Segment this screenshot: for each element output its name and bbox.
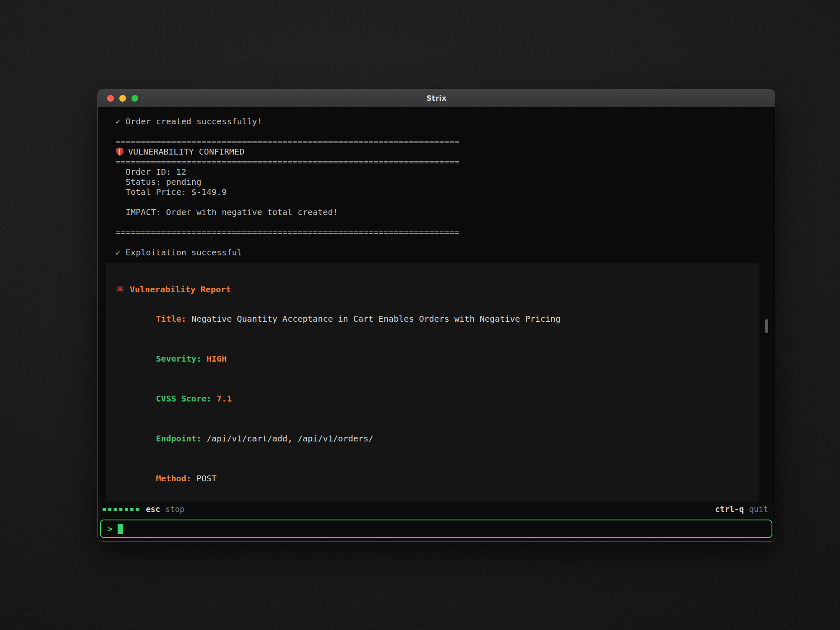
- vulnerability-confirmed-banner: VULNERABILITY CONFIRMED: [116, 147, 775, 157]
- strix-window: Strix ✓ Order created successfully! ====…: [98, 89, 775, 541]
- order-total-line: Total Price: $-149.9: [116, 187, 775, 197]
- spider-icon: [116, 285, 125, 294]
- ctrl-q-key-hint[interactable]: ctrl-q: [715, 504, 744, 514]
- report-field-title: Title: Negative Quantity Acceptance in C…: [116, 304, 746, 334]
- report-field-endpoint: Endpoint: /api/v1/cart/add, /api/v1/orde…: [116, 423, 746, 454]
- traffic-lights: [98, 95, 138, 102]
- text-cursor: [118, 524, 123, 534]
- separator-line: ========================================…: [116, 157, 775, 167]
- vulnerability-report-panel: Vulnerability Report Title: Negative Qua…: [106, 263, 759, 501]
- activity-indicator: ▪▪▪▪▪▪▪: [102, 505, 141, 513]
- status-bar-left: ▪▪▪▪▪▪▪ esc stop: [102, 504, 184, 514]
- status-bar: ▪▪▪▪▪▪▪ esc stop ctrl-q quit: [98, 501, 775, 517]
- terminal-output: ✓ Order created successfully! ==========…: [98, 107, 775, 501]
- order-id-line: Order ID: 12: [116, 167, 775, 177]
- zoom-button[interactable]: [131, 95, 138, 102]
- close-button[interactable]: [107, 95, 114, 102]
- shield-icon: [116, 147, 124, 156]
- prompt-chevron: >: [108, 524, 113, 534]
- title-bar: Strix: [98, 89, 775, 107]
- minimize-button[interactable]: [119, 95, 126, 102]
- severity-badge: HIGH: [207, 354, 227, 364]
- report-field-cvss-score: CVSS Score: 7.1: [116, 383, 746, 414]
- esc-key-hint[interactable]: esc: [146, 504, 160, 514]
- scrollbar-thumb[interactable]: [765, 319, 768, 333]
- report-field-method: Method: POST: [116, 463, 746, 494]
- report-field-severity: Severity: HIGH: [116, 344, 746, 374]
- stop-label: stop: [165, 504, 185, 514]
- report-header-label: Vulnerability Report: [130, 284, 231, 294]
- order-status-line: Status: pending: [116, 177, 775, 187]
- banner-label: VULNERABILITY CONFIRMED: [128, 147, 244, 157]
- separator-line: ========================================…: [116, 136, 775, 147]
- impact-line: IMPACT: Order with negative total create…: [116, 207, 775, 217]
- window-title: Strix: [98, 94, 775, 102]
- exploitation-success-line: ✓ Exploitation successful: [116, 247, 775, 257]
- quit-label: quit: [749, 504, 768, 514]
- prompt-input[interactable]: >: [100, 520, 772, 538]
- order-success-line: ✓ Order created successfully!: [116, 116, 775, 126]
- status-bar-right: ctrl-q quit: [715, 504, 768, 514]
- separator-line: ========================================…: [116, 227, 775, 237]
- report-header: Vulnerability Report: [116, 284, 746, 294]
